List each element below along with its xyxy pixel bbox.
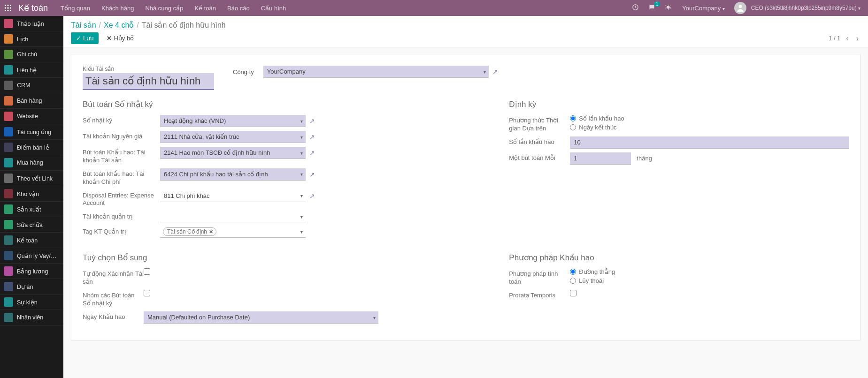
expacct-select[interactable]: 6424 Chi phí khấu hao tài sản cố định▾ bbox=[160, 168, 306, 181]
timemethod-end-radio[interactable]: Ngày kết thúc bbox=[570, 124, 624, 131]
sidebar-app-icon bbox=[4, 65, 13, 75]
sidebar-item[interactable]: Kế toán bbox=[0, 233, 63, 248]
sidebar-item-label: Tài cung ứng bbox=[17, 129, 51, 136]
menu-reporting[interactable]: Báo cáo bbox=[222, 1, 255, 15]
calc-declining-radio[interactable]: Lũy thoái bbox=[570, 277, 615, 284]
sidebar-app-icon bbox=[4, 19, 13, 28]
dispacct-select[interactable]: 811 Chi phí khác▾ bbox=[160, 190, 306, 202]
sidebar-item[interactable]: Sản xuất bbox=[0, 202, 63, 217]
breadcrumb-l2[interactable]: Xe 4 chỗ bbox=[104, 21, 134, 29]
company-external-link-icon[interactable]: ↗ bbox=[492, 68, 498, 76]
auto-checkbox[interactable] bbox=[144, 268, 150, 275]
breadcrumb-l3: Tài sản cố định hữu hình bbox=[142, 21, 226, 29]
depdate-label: Ngày Khấu hao bbox=[83, 311, 144, 321]
sidebar-item[interactable]: Thảo luận bbox=[0, 16, 63, 31]
svg-rect-7 bbox=[8, 10, 9, 11]
discard-button[interactable]: ✕ Hủy bỏ bbox=[101, 32, 139, 44]
breadcrumb: Tài sản/Xe 4 chỗ/Tài sản cố định hữu hìn… bbox=[71, 21, 860, 30]
sidebar-item[interactable]: Sự kiện bbox=[0, 295, 63, 310]
form-sheet: Kiểu Tài sản Công ty YourCompany▾ ↗ Bút … bbox=[71, 54, 860, 341]
pager-next-icon[interactable]: › bbox=[854, 33, 860, 44]
sidebar-item[interactable]: Tài cung ứng bbox=[0, 124, 63, 140]
expacct-external-link-icon[interactable]: ↗ bbox=[309, 171, 315, 178]
extra-group-title: Tuỳ chọn Bổ sung bbox=[83, 253, 490, 263]
sidebar-item[interactable]: Sửa chữa bbox=[0, 217, 63, 233]
sidebar-item-label: Quản lý Vay/Ch... bbox=[17, 252, 60, 259]
calc-linear-radio[interactable]: Đường thẳng bbox=[570, 268, 615, 275]
sidebar-item[interactable]: Mua hàng bbox=[0, 155, 63, 171]
sidebar-item-label: Sản xuất bbox=[17, 206, 41, 213]
main-area: Tài sản/Xe 4 chỗ/Tài sản cố định hữu hìn… bbox=[63, 16, 868, 348]
depdate-select[interactable]: Manual (Defaulted on Purchase Date) bbox=[144, 311, 378, 324]
prorata-label: Prorata Temporis bbox=[509, 290, 570, 300]
depacct-select[interactable]: 2141 Hao mòn TSCĐ cố định hữu hình▾ bbox=[160, 147, 306, 159]
one-input[interactable] bbox=[570, 152, 631, 165]
menu-config[interactable]: Cấu hình bbox=[255, 1, 292, 15]
expacct-label: Bút toán khấu hao: Tài khoản Chi phí bbox=[83, 168, 160, 186]
sidebar-item[interactable]: Quản lý Vay/Ch... bbox=[0, 248, 63, 264]
app-title[interactable]: Kế toán bbox=[16, 3, 55, 13]
company-select[interactable]: YourCompany▾ bbox=[263, 66, 489, 78]
journal-select[interactable]: Hoạt động khác (VND)▾ bbox=[160, 115, 306, 127]
apps-icon[interactable] bbox=[0, 0, 16, 16]
svg-rect-5 bbox=[10, 8, 11, 9]
auto-label: Tự động Xác nhận Tài sản bbox=[83, 268, 144, 286]
company-switcher[interactable]: YourCompany ▾ bbox=[677, 2, 730, 15]
periodic-group-title: Định kỳ bbox=[509, 99, 849, 109]
activity-icon[interactable] bbox=[628, 1, 643, 15]
menu-accounting[interactable]: Kế toán bbox=[189, 1, 222, 15]
prorata-checkbox[interactable] bbox=[570, 290, 576, 296]
timemethod-count-radio[interactable]: Số lần khấu hao bbox=[570, 115, 624, 122]
sidebar-item[interactable]: Điểm bán lẻ bbox=[0, 140, 63, 155]
sidebar-item[interactable]: Nhân viên bbox=[0, 310, 63, 325]
debug-icon[interactable] bbox=[661, 1, 676, 15]
tag-remove-icon[interactable]: ✕ bbox=[209, 229, 213, 235]
save-button[interactable]: ✓ Lưu bbox=[71, 32, 99, 44]
sidebar-item[interactable]: Theo vết Link bbox=[0, 171, 63, 186]
sidebar-app-icon bbox=[4, 81, 13, 90]
breadcrumb-l1[interactable]: Tài sản bbox=[71, 21, 96, 29]
pager: 1 / 1 ‹ › bbox=[829, 33, 860, 44]
count-input[interactable] bbox=[570, 136, 849, 149]
timemethod-label: Phương thức Thời gian Dựa trên bbox=[509, 115, 570, 133]
sidebar-item[interactable]: Ghi chú bbox=[0, 47, 63, 62]
sidebar-app-icon bbox=[4, 96, 13, 106]
messages-badge: 1 bbox=[654, 1, 661, 7]
sidebar-item-label: Lịch bbox=[17, 36, 28, 43]
asset-name-input[interactable] bbox=[83, 73, 214, 90]
sidebar-item-label: CRM bbox=[17, 82, 30, 89]
menu-overview[interactable]: Tổng quan bbox=[55, 1, 96, 15]
pager-prev-icon[interactable]: ‹ bbox=[844, 33, 850, 44]
sidebar-item[interactable]: CRM bbox=[0, 78, 63, 93]
menu-customers[interactable]: Khách hàng bbox=[96, 1, 139, 15]
journal-external-link-icon[interactable]: ↗ bbox=[309, 117, 315, 125]
origacct-external-link-icon[interactable]: ↗ bbox=[309, 133, 315, 141]
group-entries-label: Nhóm các Bút toán Sổ nhật ký bbox=[83, 290, 144, 308]
sidebar-item[interactable]: Bảng lương bbox=[0, 264, 63, 279]
sidebar-item[interactable]: Bán hàng bbox=[0, 93, 63, 109]
sidebar-app-icon bbox=[4, 34, 13, 44]
messages-icon[interactable]: 1 bbox=[645, 1, 659, 15]
depacct-external-link-icon[interactable]: ↗ bbox=[309, 149, 315, 157]
sidebar-app-icon bbox=[4, 297, 13, 307]
user-menu[interactable]: CEO (s3kt5tli8jhhk0p3lp255inp9m8y57bu) ▾ bbox=[751, 5, 863, 11]
sidebar-item[interactable]: Website bbox=[0, 109, 63, 124]
sidebar-item-label: Mua hàng bbox=[17, 159, 43, 166]
svg-rect-1 bbox=[8, 5, 9, 6]
avatar[interactable] bbox=[734, 2, 746, 14]
dispacct-external-link-icon[interactable]: ↗ bbox=[309, 192, 315, 200]
mgmt-select[interactable]: ▾ bbox=[160, 211, 306, 222]
mgmt-label: Tài khoản quản trị bbox=[83, 211, 160, 221]
svg-rect-2 bbox=[10, 5, 11, 6]
origacct-select[interactable]: 2111 Nhà cửa, vật kiến trúc▾ bbox=[160, 131, 306, 143]
tag-select[interactable]: Tài sản Cố định✕ ▾ bbox=[160, 226, 306, 238]
sidebar-item[interactable]: Liên hệ bbox=[0, 62, 63, 78]
sidebar-item[interactable]: Kho vận bbox=[0, 186, 63, 202]
group-entries-checkbox[interactable] bbox=[144, 290, 150, 296]
sidebar-item[interactable]: Lịch bbox=[0, 31, 63, 47]
menu-vendors[interactable]: Nhà cung cấp bbox=[139, 1, 189, 15]
sidebar-item[interactable]: Dự án bbox=[0, 279, 63, 295]
tag-chip: Tài sản Cố định✕ bbox=[163, 227, 216, 236]
company-label: Công ty bbox=[233, 68, 254, 76]
journal-label: Sổ nhật ký bbox=[83, 115, 160, 125]
